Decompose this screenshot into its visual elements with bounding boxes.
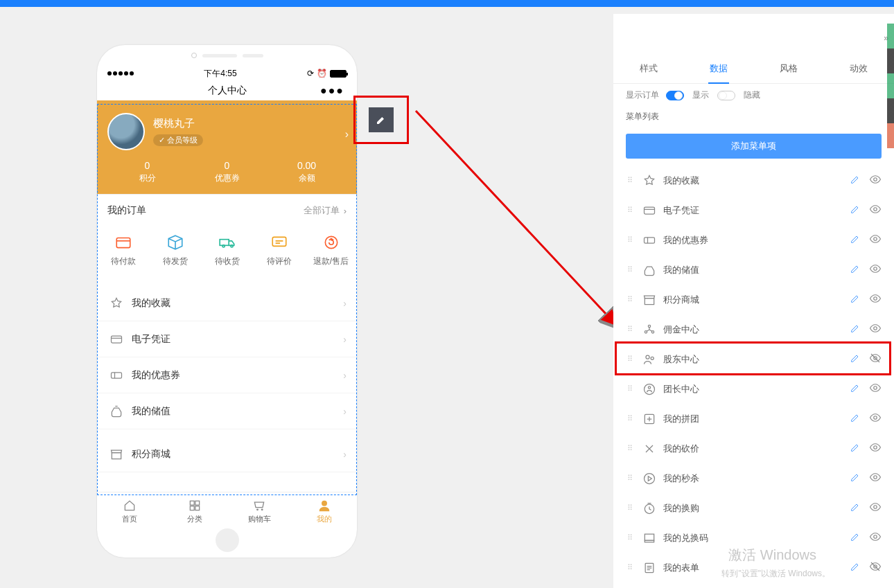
phone-mockup: 下午4:55 ⟳ ⏰ 个人中心 ●●● 樱桃丸子 ✓ 会员等级	[97, 45, 357, 558]
menu-editor-row[interactable]: ⠿团长中心	[613, 374, 894, 404]
drag-handle-icon[interactable]: ⠿	[627, 208, 634, 213]
menu-editor-row[interactable]: ⠿股东中心	[613, 344, 894, 374]
menu-editor-row[interactable]: ⠿我的收藏	[613, 166, 894, 195]
drag-handle-icon[interactable]: ⠿	[627, 386, 634, 391]
toggle-visibility-button[interactable]	[869, 352, 882, 366]
menu-editor-row[interactable]: ⠿我的优惠券	[613, 225, 894, 255]
edit-row-button[interactable]	[850, 263, 861, 276]
tab-cart[interactable]: 购物车	[227, 492, 292, 530]
edit-row-button[interactable]	[850, 561, 861, 574]
edit-row-button[interactable]	[850, 204, 861, 217]
money-bag-icon	[109, 404, 123, 418]
order-state-pay[interactable]: 待付款	[97, 233, 149, 267]
menu-item-points-store[interactable]: 积分商城 ›	[97, 436, 357, 472]
panel-tab-motion[interactable]: 动效	[824, 54, 894, 83]
drag-handle-icon[interactable]: ⠿	[627, 416, 634, 421]
menu-editor-row[interactable]: ⠿我的换购	[613, 493, 894, 523]
stat-points[interactable]: 0 积分	[107, 160, 187, 184]
tab-label: 动效	[850, 63, 868, 73]
toggle-visibility-button[interactable]	[869, 441, 882, 456]
edit-row-button[interactable]	[850, 472, 861, 485]
toggle-visibility-button[interactable]	[869, 531, 882, 545]
drag-handle-icon[interactable]: ⠿	[627, 446, 634, 451]
order-state-receive[interactable]: 待收货	[201, 233, 253, 267]
app-menu-dots-icon[interactable]: ●●●	[320, 84, 344, 97]
cart-icon	[252, 499, 266, 513]
menu-item-voucher[interactable]: 电子凭证 ›	[97, 321, 357, 357]
drag-handle-icon[interactable]: ⠿	[627, 297, 634, 302]
toggle-visibility-button[interactable]	[869, 501, 882, 515]
tab-category[interactable]: 分类	[162, 492, 227, 530]
drag-handle-icon[interactable]: ⠿	[627, 506, 634, 510]
menu-editor-row[interactable]: ⠿我的砍价	[613, 434, 894, 463]
svg-point-39	[874, 506, 877, 509]
toggle-hide[interactable]	[717, 91, 735, 100]
tab-mine[interactable]: 我的	[292, 492, 357, 530]
toggle-visibility-button[interactable]	[869, 262, 882, 277]
toggle-visibility-button[interactable]	[869, 471, 882, 485]
row-icon	[642, 174, 656, 188]
order-state-label: 待发货	[163, 256, 188, 267]
drag-handle-icon[interactable]: ⠿	[627, 476, 634, 481]
toggle-visibility-button[interactable]	[869, 411, 882, 426]
orders-title: 我的订单	[107, 204, 146, 217]
my-orders-header[interactable]: 我的订单 全部订单 ›	[97, 194, 357, 226]
stat-value: 0.00	[267, 160, 347, 171]
chevron-right-icon: ›	[343, 449, 347, 460]
annotation-arrow	[409, 104, 631, 346]
drag-handle-icon[interactable]: ⠿	[627, 327, 634, 332]
menu-item-favorites[interactable]: 我的收藏 ›	[97, 285, 357, 321]
tab-label: 分类	[187, 514, 202, 524]
edit-row-button[interactable]	[850, 442, 861, 455]
drag-handle-icon[interactable]: ⠿	[627, 267, 634, 272]
drag-handle-icon[interactable]: ⠿	[627, 178, 634, 183]
menu-editor-row[interactable]: ⠿积分商城	[613, 285, 894, 314]
edit-row-button[interactable]	[850, 323, 861, 336]
profile-card[interactable]: 樱桃丸子 ✓ 会员等级 › 0 积分 0 优惠券 0.00	[97, 100, 357, 194]
drag-handle-icon[interactable]: ⠿	[627, 535, 634, 540]
svg-point-37	[874, 476, 877, 479]
toggle-show[interactable]	[666, 91, 684, 100]
edit-row-button[interactable]	[850, 501, 861, 515]
drag-handle-icon[interactable]: ⠿	[627, 357, 634, 362]
menu-editor-row[interactable]: ⠿佣金中心	[613, 314, 894, 344]
order-state-review[interactable]: 待评价	[253, 233, 305, 267]
panel-tab-theme[interactable]: 风格	[754, 54, 824, 83]
edit-row-button[interactable]	[850, 531, 861, 544]
edit-row-button[interactable]	[850, 353, 861, 366]
panel-tab-style[interactable]: 样式	[613, 54, 683, 83]
tab-home[interactable]: 首页	[97, 492, 162, 530]
svg-point-32	[874, 386, 877, 390]
drag-handle-icon[interactable]: ⠿	[627, 238, 634, 242]
edit-row-button[interactable]	[850, 382, 861, 395]
order-state-ship[interactable]: 待发货	[149, 233, 201, 267]
edit-row-button[interactable]	[850, 233, 861, 247]
drag-handle-icon[interactable]: ⠿	[627, 565, 634, 570]
edit-row-button[interactable]	[850, 174, 861, 187]
stat-coupons[interactable]: 0 优惠券	[187, 160, 267, 184]
order-state-refund[interactable]: 退款/售后	[305, 233, 357, 267]
menu-editor-row[interactable]: ⠿我的拼团	[613, 404, 894, 434]
toggle-visibility-button[interactable]	[869, 292, 882, 307]
toggle-visibility-button[interactable]	[869, 233, 882, 247]
menu-editor-row[interactable]: ⠿我的秒杀	[613, 463, 894, 493]
menu-editor-row[interactable]: ⠿电子凭证	[613, 195, 894, 225]
toggle-visibility-button[interactable]	[869, 203, 882, 217]
toggle-visibility-button[interactable]	[869, 560, 882, 575]
panel-tabs: 样式 数据 风格 动效	[613, 54, 894, 84]
panel-tab-data[interactable]: 数据	[683, 54, 753, 83]
edit-component-button[interactable]	[369, 107, 394, 132]
svg-point-27	[646, 355, 649, 359]
add-menu-item-button[interactable]: 添加菜单项	[626, 134, 882, 159]
comment-icon	[270, 233, 288, 251]
edit-row-button[interactable]	[850, 293, 861, 306]
toggle-visibility-button[interactable]	[869, 382, 882, 396]
toggle-visibility-button[interactable]	[869, 322, 882, 337]
toggle-visibility-button[interactable]	[869, 173, 882, 188]
svg-rect-41	[645, 540, 654, 542]
edit-row-button[interactable]	[850, 412, 861, 425]
menu-item-stored[interactable]: 我的储值 ›	[97, 393, 357, 429]
menu-item-coupons[interactable]: 我的优惠券 ›	[97, 357, 357, 393]
stat-balance[interactable]: 0.00 余额	[267, 160, 347, 184]
menu-editor-row[interactable]: ⠿我的储值	[613, 255, 894, 285]
